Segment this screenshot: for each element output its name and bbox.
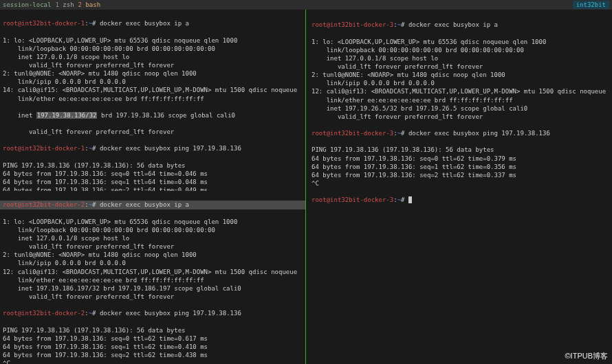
prompt-host: root@int32bit-docker-2 [3, 201, 85, 208]
statusbar-right: int32bit [573, 1, 609, 9]
command-ping: docker exec busybox ping 197.19.38.136 [100, 310, 241, 317]
prompt-host: root@int32bit-docker-1 [3, 20, 85, 27]
ip-output: 1: lo: <LOOPBACK,UP,LOWER_UP> mtu 65536 … [3, 36, 303, 103]
window-2-name: bash [85, 1, 100, 8]
command-ip-a: docker exec busybox ip a [100, 201, 189, 208]
ip-output: 1: lo: <LOOPBACK,UP,LOWER_UP> mtu 65536 … [3, 218, 303, 301]
prompt-host: root@int32bit-docker-3 [312, 21, 393, 28]
command-ping: docker exec busybox ping 197.19.38.136 [100, 145, 241, 152]
terminal-pane-2[interactable]: root@int32bit-docker-2:~# docker exec bu… [0, 191, 305, 364]
ping-output: PING 197.19.38.136 (197.19.38.136): 56 d… [3, 161, 303, 192]
command-ip-a: docker exec busybox ip a [408, 21, 498, 28]
watermark: ©ITPUB博客 [565, 351, 609, 361]
terminal-pane-3[interactable]: root@int32bit-docker-3:~# docker exec bu… [309, 11, 609, 363]
command-ip-a: docker exec busybox ip a [100, 20, 189, 27]
ip-output: 1: lo: <LOOPBACK,UP,LOWER_UP> mtu 65536 … [312, 38, 606, 121]
command-ping: docker exec busybox ping 197.19.38.136 [408, 130, 550, 137]
terminal-pane-1[interactable]: root@int32bit-docker-1:~# docker exec bu… [0, 10, 305, 191]
statusbar-left: session-local 1 zsh 2 bash [3, 1, 100, 9]
window-1-index: 1 [55, 1, 58, 8]
ping-output: PING 197.19.38.136 (197.19.38.136): 56 d… [312, 146, 606, 187]
window-2-index: 2 [78, 1, 82, 8]
cursor [408, 196, 412, 203]
tmux-statusbar: session-local 1 zsh 2 bash int32bit [0, 0, 612, 10]
highlighted-ip: 197.19.38.136/32 [36, 112, 98, 119]
ping-output: PING 197.19.38.136 (197.19.38.136): 56 d… [3, 326, 303, 364]
session-name: session-local [3, 1, 51, 9]
window-1-name: zsh [63, 1, 74, 8]
